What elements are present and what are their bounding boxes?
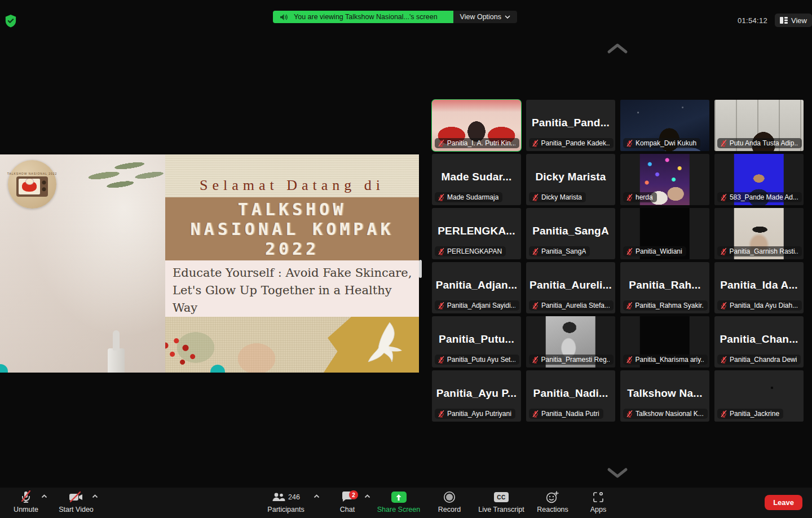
participant-tile[interactable]: Panitia_Rah...Panitia_Rahma Syakir... (620, 262, 709, 313)
view-button[interactable]: View (775, 14, 812, 27)
participant-name-badge: herda (623, 192, 657, 202)
teal-dot-decoration (210, 365, 225, 373)
participant-name-label: Panitia_SangA (541, 247, 586, 255)
muted-mic-icon (720, 140, 727, 147)
muted-mic-icon (720, 410, 727, 418)
participant-name-badge: Panitia_I. A. Putri Kin... (435, 138, 519, 148)
participant-tile[interactable]: Panitia_Pramesti Reg... (526, 316, 615, 368)
participant-name-badge: 583_Pande Made Ad... (717, 192, 802, 202)
chevron-down-icon (607, 467, 628, 479)
apps-button[interactable]: Apps (567, 490, 629, 513)
participant-name-badge: Panitia_Putu Ayu Set... (435, 355, 519, 365)
participant-tile[interactable]: Panitia_Kharisma ariy... (620, 316, 709, 368)
subtitle-band: Educate Yourself : Avoid Fake Skincare, … (165, 260, 419, 317)
event-logo: TALKSHOW NASIONAL 2022 (8, 160, 56, 209)
participant-tile[interactable]: Panitia_Chan...Panitia_Chandra Dewi (714, 316, 804, 368)
view-options-button[interactable]: View Options (453, 11, 517, 23)
participant-tile[interactable]: Panitia_Nadi...Panitia_Nadia Putri (526, 370, 615, 422)
participant-name-label: 583_Pande Made Ad... (730, 193, 798, 201)
participant-name-label: Made Sudarmaja (447, 193, 498, 201)
slide-title-line3: 2022 (165, 239, 419, 259)
participant-name-label: Panitia_Widiani (636, 247, 682, 255)
participant-tile[interactable]: Putu Anda Tusta Adip... (714, 100, 804, 151)
participant-tile[interactable]: Dicky MaristaDicky Marista (526, 154, 615, 205)
muted-mic-icon (720, 356, 727, 364)
participant-tile[interactable]: herda (620, 154, 709, 205)
start-video-button[interactable]: Start Video (45, 490, 107, 513)
chevron-up-icon (607, 43, 628, 54)
participant-tile[interactable]: Panitia_Adjan...Panitia_Adjani Sayidi... (432, 262, 521, 313)
participant-name-badge: Made Sudarmaja (435, 192, 502, 202)
muted-mic-icon (720, 302, 727, 309)
welcome-band: Selamat Datang di (165, 154, 419, 197)
participant-tile[interactable]: Panitia_Pand...Panitia_Pande Kadek... (526, 100, 615, 151)
video-options-caret[interactable] (92, 494, 98, 498)
dove-image (355, 318, 405, 370)
participant-name-badge: Panitia_Jackrine (717, 409, 783, 419)
participant-name-badge: PERLENGKAPAN (435, 246, 506, 256)
participant-name-badge: Panitia_Chandra Dewi (717, 355, 801, 365)
muted-mic-icon (438, 140, 445, 147)
participant-tile[interactable]: PERLENGKA...PERLENGKAPAN (432, 208, 521, 259)
participant-name-badge: Putu Anda Tusta Adip... (717, 138, 802, 148)
meeting-toolbar: Unmute Start Video 246 Participants (0, 488, 812, 518)
muted-mic-icon (532, 410, 539, 418)
participant-name-label: Panitia_Nadia Putri (541, 410, 599, 418)
leave-button[interactable]: Leave (765, 495, 802, 510)
slide-footer-band (165, 317, 419, 373)
muted-mic-icon (438, 356, 445, 364)
muted-mic-icon (720, 248, 727, 255)
participants-count: 246 (288, 493, 300, 501)
participant-tile[interactable]: Panitia_Putu...Panitia_Putu Ayu Set... (432, 316, 521, 368)
speaker-icon (280, 14, 288, 21)
participant-name-badge: Panitia_Widiani (623, 246, 686, 256)
participant-tile[interactable]: Kompak_Dwi Kukuh (620, 100, 709, 151)
screen-share-banner: You are viewing Talkshow Nasional...'s s… (273, 11, 517, 23)
participant-name-badge: Panitia_Aurelia Stefa... (529, 300, 614, 311)
participant-tile[interactable]: Panitia_Garnish Rasti... (714, 208, 804, 259)
title-band: TALKSHOW NASIONAL KOMPAK 2022 (165, 197, 419, 260)
gallery-scroll-up[interactable] (605, 42, 630, 55)
participant-tile[interactable]: Panitia_Widiani (620, 208, 709, 259)
participant-name-label: Panitia_Chandra Dewi (730, 356, 797, 364)
participant-name-label: Panitia_Aurelia Stefa... (541, 302, 610, 309)
participant-tile[interactable]: Made Sudar...Made Sudarmaja (432, 154, 521, 205)
crab-mascot (22, 181, 37, 192)
participant-tile[interactable]: Panitia_Aureli...Panitia_Aurelia Stefa..… (526, 262, 615, 313)
participant-name-badge: Kompak_Dwi Kukuh (623, 138, 700, 148)
participant-name-badge: Panitia_Pramesti Reg... (529, 355, 614, 365)
participant-name-label: Panitia_Jackrine (730, 410, 779, 418)
security-shield-icon[interactable] (5, 14, 17, 28)
participant-tile[interactable]: Panitia_Ida A...Panitia_Ida Ayu Diah... (714, 262, 804, 313)
banner-message: You are viewing Talkshow Nasional...'s s… (273, 11, 453, 23)
participant-tile[interactable]: Panitia_Ayu P...Panitia_Ayu Putriyani (432, 370, 521, 422)
muted-mic-icon (626, 248, 633, 255)
muted-mic-icon (438, 248, 445, 255)
gallery-scroll-down[interactable] (605, 466, 630, 480)
participant-tile[interactable]: Panitia_I. A. Putri Kin... (432, 100, 521, 151)
participant-tile[interactable]: Panitia_SangAPanitia_SangA (526, 208, 615, 259)
participant-name-badge: Panitia_Ida Ayu Diah... (717, 300, 802, 311)
participant-name-badge: Panitia_Adjani Sayidi... (435, 300, 519, 311)
chat-unread-badge: 2 (349, 490, 358, 499)
slide-title-line2: NASIONAL KOMPAK (165, 219, 419, 239)
participant-tile[interactable]: Talkshow Na...Talkshow Nasional K... (620, 370, 709, 422)
participant-tile[interactable]: Panitia_Jackrine (714, 370, 804, 422)
participant-name-label: PERLENGKAPAN (447, 247, 502, 255)
participant-name-label: Panitia_Rahma Syakir... (635, 302, 704, 309)
participant-name-label: Panitia_I. A. Putri Kin... (447, 139, 515, 147)
slide-subtitle: Educate Yourself : Avoid Fake Skincare, … (173, 264, 414, 317)
participant-name-label: Panitia_Pande Kadek... (541, 139, 610, 147)
welcome-text: Selamat Datang di (200, 177, 385, 194)
slide-scrollbar-thumb (419, 260, 422, 278)
participant-name-badge: Talkshow Nasional K... (623, 409, 708, 419)
participant-name-badge: Panitia_Ayu Putriyani (435, 409, 515, 419)
muted-mic-icon (720, 194, 727, 201)
share-screen-icon (391, 492, 407, 503)
participant-name-label: Panitia_Ayu Putriyani (447, 410, 511, 418)
muted-mic-icon (626, 410, 633, 418)
muted-mic-icon (532, 302, 539, 309)
participant-name-badge: Panitia_Garnish Rasti... (717, 246, 802, 256)
participant-tile[interactable]: 583_Pande Made Ad... (714, 154, 804, 205)
participants-button[interactable]: 246 Participants (255, 490, 317, 513)
